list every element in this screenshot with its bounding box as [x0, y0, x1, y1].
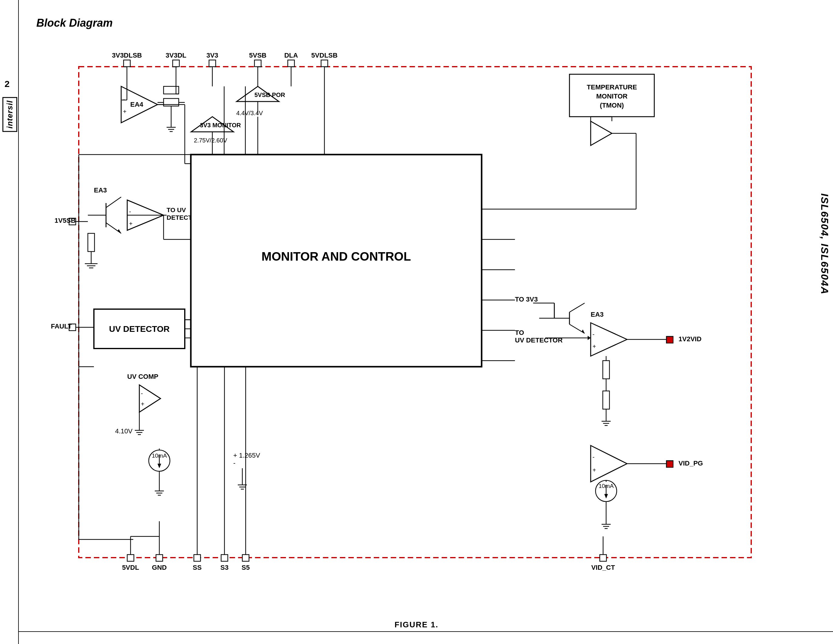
svg-text:UV COMP: UV COMP	[127, 373, 158, 380]
svg-text:+ 1.265V: + 1.265V	[233, 452, 260, 459]
svg-text:+: +	[592, 467, 596, 473]
svg-text:5VSB: 5VSB	[249, 52, 266, 59]
svg-text:TO 3V3: TO 3V3	[515, 295, 538, 303]
svg-text:-: -	[592, 454, 595, 460]
svg-text:VID_CT: VID_CT	[591, 564, 615, 571]
svg-text:3V3DL: 3V3DL	[166, 52, 186, 59]
svg-rect-16	[321, 60, 328, 67]
svg-text:(TMON): (TMON)	[600, 101, 624, 109]
svg-text:TO UV: TO UV	[167, 206, 186, 213]
page-border-left	[18, 0, 19, 644]
svg-text:S3: S3	[220, 564, 229, 571]
svg-rect-1	[124, 60, 130, 67]
svg-text:DLA: DLA	[284, 52, 298, 59]
svg-text:+: +	[592, 343, 596, 350]
svg-text:5VDLSB: 5VDLSB	[311, 52, 338, 59]
page-border-bottom	[18, 631, 833, 632]
svg-text:5VSB POR: 5VSB POR	[254, 92, 285, 98]
svg-text:+: +	[141, 401, 145, 407]
block-diagram-svg: 3V3DLSB 3V3DL 3V3 5VSB DLA 5VDLSB EA4 - …	[24, 27, 806, 618]
svg-text:-: -	[592, 331, 595, 338]
svg-marker-121	[591, 323, 627, 356]
chip-name-label: ISL6504, ISL6504A	[819, 193, 831, 295]
svg-text:TO: TO	[515, 329, 524, 336]
svg-rect-13	[288, 60, 294, 67]
svg-text:3V3: 3V3	[206, 52, 218, 59]
svg-rect-94	[127, 555, 134, 561]
svg-text:MONITOR AND CONTROL: MONITOR AND CONTROL	[261, 250, 411, 263]
svg-rect-131	[603, 391, 609, 409]
svg-rect-142	[666, 460, 673, 467]
svg-text:+: +	[129, 220, 133, 227]
figure-caption: FIGURE 1.	[394, 620, 438, 630]
svg-text:3V3 MONITOR: 3V3 MONITOR	[200, 122, 241, 129]
svg-text:-: -	[141, 390, 143, 397]
svg-text:4.4V/3.4V: 4.4V/3.4V	[236, 110, 263, 116]
svg-text:EA3: EA3	[591, 311, 604, 318]
svg-line-56	[106, 197, 121, 208]
svg-rect-97	[156, 555, 162, 561]
svg-marker-49	[591, 121, 612, 145]
svg-text:VID_PG: VID_PG	[679, 459, 703, 467]
intersil-logo: intersil	[2, 97, 17, 132]
svg-text:EA4: EA4	[130, 101, 143, 108]
svg-text:1V5SB: 1V5SB	[55, 217, 76, 224]
svg-rect-128	[603, 361, 609, 379]
svg-text:2.75V/2.60V: 2.75V/2.60V	[194, 137, 227, 144]
svg-text:TEMPERATURE: TEMPERATURE	[587, 83, 637, 91]
svg-marker-86	[139, 385, 161, 412]
svg-marker-58	[117, 229, 121, 233]
svg-text:-: -	[129, 208, 131, 215]
svg-text:FAULT: FAULT	[51, 322, 72, 330]
svg-marker-136	[591, 446, 627, 482]
svg-text:3V3DLSB: 3V3DLSB	[112, 52, 142, 59]
svg-text:GND: GND	[152, 564, 167, 571]
svg-rect-106	[242, 555, 249, 561]
svg-rect-4	[173, 60, 179, 67]
svg-rect-109	[600, 555, 606, 561]
svg-text:MONITOR: MONITOR	[596, 92, 628, 100]
svg-text:5VDL: 5VDL	[122, 564, 139, 571]
page-number: 2	[5, 79, 10, 89]
svg-rect-26	[164, 86, 179, 94]
svg-text:-: -	[123, 96, 125, 103]
svg-text:SS: SS	[193, 564, 201, 571]
svg-text:+: +	[123, 108, 127, 115]
svg-line-117	[569, 303, 585, 312]
svg-rect-100	[194, 555, 201, 561]
svg-rect-10	[254, 60, 261, 67]
svg-rect-103	[221, 555, 228, 561]
svg-text:EA3: EA3	[94, 187, 107, 194]
svg-text:4.10V: 4.10V	[115, 427, 133, 435]
svg-rect-7	[209, 60, 215, 67]
svg-text:1V2VID: 1V2VID	[679, 335, 701, 343]
svg-rect-69	[88, 233, 95, 251]
svg-text:-: -	[233, 459, 235, 467]
svg-rect-139	[666, 336, 673, 343]
svg-text:S5: S5	[242, 564, 250, 571]
svg-text:UV DETECTOR: UV DETECTOR	[109, 324, 170, 334]
